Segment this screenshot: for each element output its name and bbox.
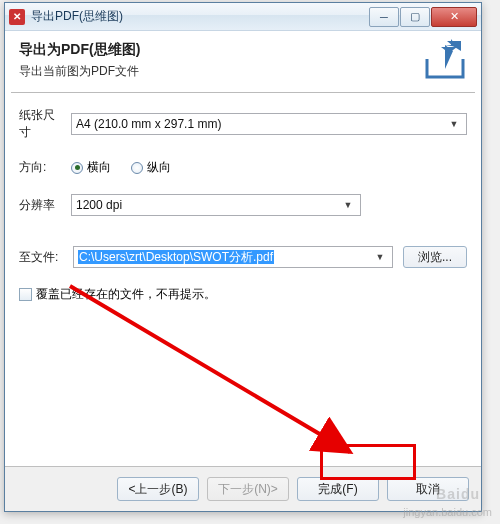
dialog-window: ✕ 导出PDF(思维图) ─ ▢ ✕ 导出为PDF(思维图) 导出当前图为PDF… bbox=[4, 2, 482, 512]
minimize-button[interactable]: ─ bbox=[369, 7, 399, 27]
browse-button[interactable]: 浏览... bbox=[403, 246, 467, 268]
dialog-subtitle: 导出当前图为PDF文件 bbox=[19, 63, 467, 80]
paper-size-label: 纸张尺寸 bbox=[19, 107, 63, 141]
chevron-down-icon: ▼ bbox=[340, 195, 356, 215]
finish-button[interactable]: 完成(F) bbox=[297, 477, 379, 501]
radio-portrait-label: 纵向 bbox=[147, 159, 171, 176]
orientation-row: 方向: 横向 纵向 bbox=[19, 159, 467, 176]
file-path-combo[interactable]: C:\Users\zrt\Desktop\SWOT分析.pdf ▼ bbox=[73, 246, 393, 268]
annotation-highlight bbox=[320, 444, 416, 480]
radio-dot-icon bbox=[131, 162, 143, 174]
radio-portrait[interactable]: 纵向 bbox=[131, 159, 171, 176]
radio-dot-icon bbox=[71, 162, 83, 174]
resolution-label: 分辨率 bbox=[19, 197, 63, 214]
chevron-down-icon: ▼ bbox=[446, 114, 462, 134]
window-title: 导出PDF(思维图) bbox=[31, 8, 369, 25]
overwrite-checkbox[interactable] bbox=[19, 288, 32, 301]
chevron-down-icon: ▼ bbox=[372, 247, 388, 267]
maximize-button[interactable]: ▢ bbox=[400, 7, 430, 27]
resolution-select[interactable]: 1200 dpi ▼ bbox=[71, 194, 361, 216]
paper-size-select[interactable]: A4 (210.0 mm x 297.1 mm) ▼ bbox=[71, 113, 467, 135]
close-button[interactable]: ✕ bbox=[431, 7, 477, 27]
overwrite-label: 覆盖已经存在的文件，不再提示。 bbox=[36, 286, 216, 303]
radio-landscape[interactable]: 横向 bbox=[71, 159, 111, 176]
export-icon bbox=[421, 39, 469, 83]
app-icon: ✕ bbox=[9, 9, 25, 25]
window-buttons: ─ ▢ ✕ bbox=[369, 7, 477, 27]
paper-size-value: A4 (210.0 mm x 297.1 mm) bbox=[76, 117, 446, 131]
next-button: 下一步(N)> bbox=[207, 477, 289, 501]
watermark-logo: Baidu bbox=[436, 486, 480, 502]
dialog-header: 导出为PDF(思维图) 导出当前图为PDF文件 bbox=[5, 31, 481, 92]
resolution-row: 分辨率 1200 dpi ▼ bbox=[19, 194, 467, 216]
dialog-heading: 导出为PDF(思维图) bbox=[19, 41, 467, 59]
file-label: 至文件: bbox=[19, 249, 63, 266]
watermark-url: jingyan.baidu.com bbox=[403, 506, 492, 518]
orientation-label: 方向: bbox=[19, 159, 63, 176]
orientation-radios: 横向 纵向 bbox=[71, 159, 171, 176]
overwrite-row: 覆盖已经存在的文件，不再提示。 bbox=[19, 286, 467, 303]
resolution-value: 1200 dpi bbox=[76, 198, 340, 212]
file-path-value: C:\Users\zrt\Desktop\SWOT分析.pdf bbox=[78, 249, 372, 266]
paper-size-row: 纸张尺寸 A4 (210.0 mm x 297.1 mm) ▼ bbox=[19, 107, 467, 141]
content-area: 纸张尺寸 A4 (210.0 mm x 297.1 mm) ▼ 方向: 横向 纵… bbox=[5, 93, 481, 311]
back-button[interactable]: <上一步(B) bbox=[117, 477, 199, 501]
file-row: 至文件: C:\Users\zrt\Desktop\SWOT分析.pdf ▼ 浏… bbox=[19, 246, 467, 268]
radio-landscape-label: 横向 bbox=[87, 159, 111, 176]
titlebar: ✕ 导出PDF(思维图) ─ ▢ ✕ bbox=[5, 3, 481, 31]
